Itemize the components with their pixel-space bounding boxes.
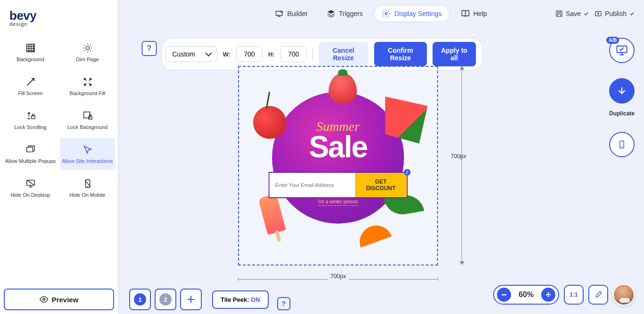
sidebar-item-fill-screen[interactable]: Fill Screen	[3, 70, 58, 102]
book-icon	[461, 9, 470, 18]
right-rail: A/B Duplicate	[609, 38, 635, 157]
top-nav: Builder Triggers Display Settings Help S…	[118, 0, 644, 27]
strawberry-graphic	[329, 73, 357, 104]
svg-rect-11	[556, 11, 562, 16]
zoom-in-button[interactable]: +	[541, 288, 555, 302]
sidebar-item-label: Allow Multiple Popups	[5, 158, 56, 164]
windows-icon	[24, 143, 37, 156]
save-button[interactable]: Save	[555, 10, 589, 17]
sidebar-item-lock-background[interactable]: Lock Background	[60, 104, 115, 136]
element-count-badge: 2	[404, 169, 410, 176]
publish-label: Publish	[605, 10, 627, 17]
winter-link[interactable]: I'm a winter person	[318, 199, 358, 206]
canvas-frame: Summer Sale GET DISCOUNT 2 I'm a winter …	[238, 66, 438, 266]
sidebar-item-lock-scrolling[interactable]: Lock Scrolling	[3, 104, 58, 136]
duplicate-button[interactable]	[609, 78, 635, 104]
nav-label: Builder	[287, 10, 308, 17]
mobile-device-button[interactable]	[609, 132, 635, 157]
save-label: Save	[566, 10, 581, 17]
fit-button[interactable]: 1:1	[564, 285, 584, 305]
sidebar-item-label: Fill Screen	[18, 90, 43, 97]
nav-help[interactable]: Help	[454, 5, 495, 22]
nav-label: Triggers	[339, 10, 363, 17]
preview-label: Preview	[52, 296, 79, 304]
sidebar-item-allow-site-interactions[interactable]: Allow Site Interactions	[60, 138, 115, 170]
help-button[interactable]: ?	[277, 297, 290, 310]
svg-rect-9	[276, 11, 282, 16]
expand-corners-icon	[81, 75, 94, 89]
width-label: W:	[223, 51, 231, 58]
sidebar-item-label: Lock Background	[67, 124, 107, 130]
sidebar-item-background-fill[interactable]: Background Fill	[60, 70, 115, 102]
nav-builder[interactable]: Builder	[267, 5, 315, 22]
svg-rect-2	[31, 116, 34, 119]
lock-scroll-icon	[24, 109, 37, 122]
sidebar-item-hide-on-mobile[interactable]: Hide On Mobile	[60, 172, 115, 204]
tile-peek-toggle[interactable]: Tile Peek: ON	[212, 290, 269, 309]
width-input[interactable]	[236, 46, 263, 62]
user-avatar[interactable]	[613, 284, 635, 306]
svg-rect-5	[26, 147, 33, 152]
cancel-resize-button[interactable]: Cancel Resize	[318, 42, 368, 66]
publish-icon	[594, 10, 602, 17]
page-controls: 1 2 + Tile Peek: ON ?	[129, 289, 290, 310]
email-input[interactable]	[270, 173, 355, 197]
popsicle-graphic	[258, 193, 286, 235]
confirm-resize-button[interactable]: Confirm Resize	[374, 42, 427, 66]
orange-graphic	[355, 221, 392, 248]
sidebar-item-dim-page[interactable]: Dim Page	[60, 36, 115, 68]
get-discount-button[interactable]: GET DISCOUNT	[355, 173, 406, 197]
page-2-button[interactable]: 2	[155, 289, 176, 310]
preset-select[interactable]: Custom	[165, 46, 217, 62]
sale-heading[interactable]: Sale	[309, 129, 367, 164]
sidebar-item-hide-on-desktop[interactable]: Hide On Desktop	[3, 172, 58, 204]
width-readout: 700px	[328, 273, 349, 280]
sidebar-item-label: Hide On Mobile	[70, 192, 106, 198]
logo-subtext: design	[9, 21, 108, 27]
lock-background-icon	[81, 109, 94, 122]
height-label: H:	[268, 51, 275, 58]
nav-label: Help	[473, 10, 487, 17]
edit-button[interactable]	[588, 285, 608, 305]
plus-icon: +	[187, 291, 195, 307]
sun-icon	[81, 41, 94, 55]
expand-icon	[24, 75, 37, 89]
cherry-graphic	[253, 106, 286, 139]
divider	[313, 47, 313, 61]
ruler-arrow-icon	[460, 66, 464, 70]
save-icon	[555, 10, 563, 17]
email-form-row[interactable]: GET DISCOUNT 2	[269, 172, 408, 198]
help-button[interactable]: ?	[142, 41, 157, 56]
sidebar-item-label: Hide On Desktop	[11, 192, 50, 198]
duplicate-label: Duplicate	[609, 110, 635, 117]
logo: bevy design	[0, 0, 118, 32]
canvas[interactable]: Summer Sale GET DISCOUNT 2 I'm a winter …	[238, 66, 438, 266]
sidebar-item-background[interactable]: Background	[3, 36, 58, 68]
nav-display-settings[interactable]: Display Settings	[374, 5, 450, 22]
check-icon	[629, 11, 635, 16]
builder-icon	[275, 9, 283, 18]
desktop-device-button[interactable]: A/B	[609, 38, 635, 63]
desktop-off-icon	[24, 177, 37, 190]
add-page-button[interactable]: +	[180, 289, 202, 310]
grid-icon	[24, 41, 37, 55]
sidebar-item-label: Background Fill	[70, 90, 106, 97]
cursor-icon	[81, 143, 94, 156]
ab-test-badge: A/B	[606, 37, 619, 44]
nav-label: Display Settings	[395, 10, 442, 17]
ruler-vertical	[462, 70, 462, 263]
zoom-out-button[interactable]: −	[497, 288, 511, 302]
ruler-arrow-icon	[460, 261, 464, 265]
popup-design[interactable]: Summer Sale GET DISCOUNT 2 I'm a winter …	[258, 78, 418, 238]
height-input[interactable]	[281, 46, 307, 62]
sidebar-item-allow-multiple-popups[interactable]: Allow Multiple Popups	[3, 138, 58, 170]
sidebar-item-label: Dim Page	[76, 56, 99, 63]
preview-button[interactable]: Preview	[4, 289, 114, 310]
page-1-button[interactable]: 1	[129, 289, 151, 310]
publish-button[interactable]: Publish	[594, 10, 635, 17]
svg-point-8	[42, 298, 45, 301]
apply-to-all-button[interactable]: Apply to all	[432, 42, 476, 66]
zoom-pill: − 60% +	[493, 285, 559, 305]
sidebar-item-label: Allow Site Interactions	[62, 158, 113, 164]
nav-triggers[interactable]: Triggers	[319, 5, 371, 22]
